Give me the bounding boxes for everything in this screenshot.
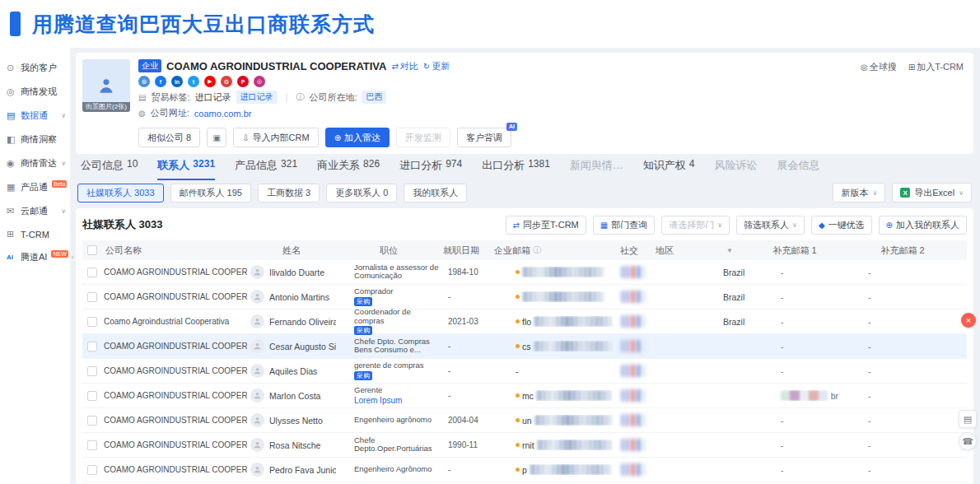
social-icon[interactable]: in [171,76,183,87]
support-icon[interactable]: ☎ [959,432,977,450]
email-status-dot [516,319,520,323]
column-header-region[interactable]: 地区▼ [646,244,751,257]
sidebar-item[interactable]: ⊞ T-CRM [0,223,70,245]
import-records-tag[interactable]: 进口记录 [236,91,278,104]
select-all-checkbox[interactable] [87,245,97,255]
column-header-social[interactable]: 社交 [613,244,646,257]
column-header-date[interactable]: 就职日期 [441,244,488,257]
table-row[interactable]: COAMO AGROINDUSTRIAL COOPERAT... Cesar A… [82,334,967,359]
row-checkbox[interactable] [87,268,97,277]
row-checkbox[interactable] [87,391,97,401]
row-checkbox[interactable] [87,366,97,376]
social-icon[interactable]: ◎ [254,76,265,87]
social-icon[interactable]: ◍ [138,76,150,87]
social-icon[interactable]: P [237,76,249,87]
table-row[interactable]: COAMO AGROINDUSTRIAL COOPERAT... Aquiles… [82,359,967,384]
sidebar-item[interactable]: ◧ 商情洞察 [0,128,70,151]
table-row[interactable]: COAMO AGROINDUSTRIAL COOPERAT... Antonio… [82,285,967,309]
dept-select[interactable]: 请选择部门∨ [661,216,730,235]
row-checkbox[interactable] [87,440,97,450]
dev-monitor-button[interactable]: 开发监测 [396,128,450,147]
tab[interactable]: 风险诉讼 [715,158,758,180]
sidebar-item[interactable]: ◉ 商情雷达 ∨ [0,151,70,175]
social-icon[interactable]: G [221,76,232,87]
feedback-icon[interactable]: ▤ [959,410,977,428]
sidebar-item[interactable]: ✉ 云邮通 ∨ [0,199,70,223]
tab-count: 974 [446,158,462,173]
tab[interactable]: 进口分析 974 [399,158,462,180]
column-header-email[interactable]: 企业邮箱ⓘ [488,244,613,257]
dept-query-button[interactable]: ▦部门查询 [593,216,655,235]
filter-chip[interactable]: 我的联系人 [404,184,467,202]
hire-date-cell: - [441,391,488,400]
filter-chip[interactable]: 社媒联系人 3033 [77,184,164,202]
version-select[interactable]: 新版本∨ [833,183,885,202]
social-icons-blurred [621,315,646,328]
avatar [250,339,264,353]
close-floating-button[interactable]: × [961,313,976,328]
tab[interactable]: 新闻舆情… [570,158,623,180]
sidebar-item[interactable]: ▦ 产品通 Beta [0,175,70,199]
column-header-company[interactable]: 公司名称 [104,244,247,257]
email-status-dot [516,393,520,398]
refresh-button[interactable]: ↻更新 [423,60,450,72]
row-checkbox[interactable] [87,292,97,302]
import-crm-button[interactable]: ⇩导入内部CRM [233,128,318,147]
join-radar-button[interactable]: ⊕加入雷达 [325,128,390,147]
column-header-extra2[interactable]: 补充邮箱 2 [838,244,967,257]
table-row[interactable]: COAMO AGROINDUSTRIAL COOPERAT... Ulysses… [82,408,967,433]
row-checkbox[interactable] [87,317,97,327]
row-checkbox[interactable] [87,416,97,426]
chevron-down-icon: ∨ [792,221,797,229]
tab[interactable]: 知识产权 4 [643,158,695,180]
table-row[interactable]: COAMO AGROINDUSTRIAL COOPERAT... Rosa Ni… [82,433,967,458]
add-my-contacts-button[interactable]: ⊕加入我的联系人 [879,216,967,235]
sidebar-item[interactable]: AI 腾道AI NEW › [0,245,70,269]
background-check-button[interactable]: 客户背调AI [457,128,511,147]
similar-companies-button[interactable]: 相似公司 8 [138,128,200,147]
chevron-down-icon: ∨ [61,160,66,167]
avatar [250,290,264,304]
column-header-position[interactable]: 职位 [336,244,441,257]
position-link[interactable]: Lorem Ipsum [354,396,402,405]
row-checkbox[interactable] [87,342,97,351]
export-excel-button[interactable]: X导出Excel∨ [892,183,972,202]
location-tag[interactable]: 巴西 [362,91,386,104]
extra-email1-cell: - [751,342,838,351]
tab[interactable]: 出口分析 1381 [482,158,550,180]
row-checkbox[interactable] [87,465,97,475]
table-row[interactable]: COAMO AGROINDUSTRIAL COOPERAT... Ilivald… [82,260,967,285]
tab[interactable]: 产品信息 321 [235,158,297,180]
company-photo[interactable]: 街景图片(2张) [82,59,130,112]
table-row[interactable]: COAMO AGROINDUSTRIAL COOPERAT... Marlon … [82,384,967,408]
sidebar-item[interactable]: ▤ 数据通 ∨ [0,104,70,128]
filter-chip[interactable]: 工商数据 3 [258,184,320,202]
company-website-link[interactable]: coamo.com.br [194,109,252,119]
tab[interactable]: 展会信息 [777,158,820,180]
sidebar-item[interactable]: ⊙ 我的客户 [0,56,70,80]
tab[interactable]: 商业关系 826 [317,158,380,180]
table-row[interactable]: Coamo Agroindustrial Cooperativa Fernand… [82,309,967,334]
social-icon[interactable]: t [188,76,199,87]
contact-filter-chips: 社媒联系人 3033 邮件联系人 195 工商数据 3 更多联系人 0 我的联系… [77,184,467,202]
filter-contacts-button[interactable]: 筛选联系人∨ [736,216,805,235]
filter-chip[interactable]: 更多联系人 0 [326,184,397,202]
column-header-name[interactable]: 姓名 [247,244,336,257]
social-icon[interactable]: ▶ [204,76,216,87]
sidebar-item-label: 产品通 [21,181,48,193]
sidebar-item[interactable]: ◎ 商情发现 [0,80,70,104]
email-status-dot [516,443,520,447]
tab[interactable]: 联系人 3231 [157,158,215,180]
join-tcrm-button[interactable]: ⊞加入T-CRM [908,61,964,73]
compare-button[interactable]: ⇄对比 [391,60,418,72]
filter-chip[interactable]: 邮件联系人 195 [170,184,251,202]
panel-icon-button[interactable]: ▣ [207,128,226,147]
global-search-button[interactable]: ◎全球搜 [861,61,897,73]
filter-funnel-icon[interactable]: ▼ [726,247,733,254]
one-click-optimize-button[interactable]: ◆一键优选 [811,216,872,235]
sync-tcrm-button[interactable]: ⇄同步至T-CRM [506,216,586,235]
tab[interactable]: 公司信息 10 [81,158,138,180]
table-row[interactable]: COAMO AGROINDUSTRIAL COOPERAT... Pedro F… [82,458,967,482]
column-header-extra1[interactable]: 补充邮箱 1 [751,244,838,257]
social-icon[interactable]: f [155,76,166,87]
